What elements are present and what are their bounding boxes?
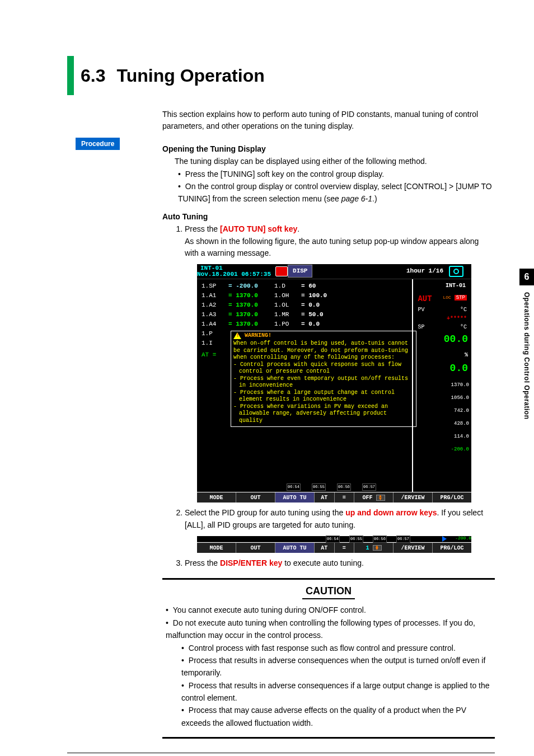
chapter-side-tab: 6 Operations during Control Operation [519,269,534,420]
arrow-stepper-icon[interactable]: ▲▼ [376,495,385,501]
sk2-prgloc[interactable]: PRG/LOC [433,543,471,553]
camera-icon[interactable] [449,266,463,277]
page-footer: IM 04L31A01-01E 6-9 [67,753,495,756]
sk-mode[interactable]: MODE [197,492,236,503]
caution-b1: You cannot execute auto tuning during ON… [166,604,495,616]
section-title: Tuning Operation [116,65,264,86]
caution-b2: Do not execute auto tuning when controll… [166,617,495,730]
sk-out[interactable]: OUT [236,492,275,503]
procedure-tag: Procedure [76,138,120,150]
alarm-icon [275,266,288,276]
page-ref: page 6-1 [341,194,372,203]
warning-label: WARNING! [245,332,271,340]
sk-erview[interactable]: /ERVIEW [394,492,433,503]
caution-rule-bottom [162,737,495,739]
ss1-param-panel: 1.SP= -200.01.D= 60 1.A1= 1370.01.OH= 10… [197,279,412,492]
section-accent-bar [67,56,74,95]
sk2-eq[interactable]: = [335,543,355,553]
ss2-softkeys: MODE OUT AUTO TU AT = 1 ▲▼ /ERVIEW PRG/L… [197,542,471,553]
opening-bullets: Press the [TUNING] soft key on the contr… [175,168,495,205]
warning-popup: WARNING! When on-off control is being us… [231,331,416,428]
disp-enter-ref: DISP/ENTER key [220,558,282,567]
ss1-softkeys: MODE OUT AUTO TU AT = OFF ▲▼ /ERVIEW PRG… [197,492,471,503]
arrow-stepper-icon[interactable]: ▲▼ [373,545,382,551]
sk-auto-tun[interactable]: AUTO TU [275,492,315,503]
step-3: Press the DISP/ENTER key to execute auto… [185,557,495,570]
step-2: Select the PID group for auto tuning usi… [185,507,495,552]
tuning-screenshot-2: 06:54 06:55 06:56 06:57 -200.0 MODE OUT … [197,536,471,553]
sk2-auto-tun[interactable]: AUTO TU [275,543,315,553]
step-1-text: As shown in the following figure, the au… [185,236,495,260]
auto-tun-softkey-ref: [AUTO TUN] soft key [220,224,297,233]
auto-tuning-heading: Auto Tuning [162,212,495,221]
auto-tuning-steps: Press the [AUTO TUN] soft key. As shown … [175,223,495,570]
ss1-status-panel: INT-01 AUTLOC STP PV°C +***** SP°C 00.0 … [412,279,471,492]
caution-bullets: You cannot execute auto tuning during ON… [162,604,495,729]
open-bullet-1: Press the [TUNING] soft key on the contr… [178,168,495,180]
intro-text: This section explains how to perform aut… [162,109,495,132]
caution-rule-top [162,578,495,580]
opening-heading: Opening the Tuning Display [162,144,495,153]
warning-icon [233,332,241,339]
caution-heading: CAUTION [162,585,495,599]
tuning-screenshot-1: INT-01 Nov.18.2001 06:57:35 DISP 1hour 1… [197,264,471,503]
sk2-out[interactable]: OUT [236,543,275,553]
sk-eq[interactable]: = [335,492,355,503]
arrow-keys-ref: up and down arrow keys [345,508,437,517]
sk-value[interactable]: OFF ▲▼ [354,492,394,503]
section-number: 6.3 [81,65,105,86]
sk-at[interactable]: AT [315,492,335,503]
play-marker-icon [442,536,447,542]
sk2-erview[interactable]: /ERVIEW [394,543,433,553]
sk2-at[interactable]: AT [315,543,335,553]
sk-prgloc[interactable]: PRG/LOC [433,492,471,503]
section-header: 6.3 Tuning Operation [67,56,495,95]
ss1-datetime: Nov.18.2001 06:57:35 [197,271,275,278]
ss1-header: INT-01 Nov.18.2001 06:57:35 DISP 1hour 1… [197,264,471,279]
at-label: AT = [202,350,228,360]
chapter-number-tab: 6 [519,269,534,285]
disp-button[interactable]: DISP [288,265,312,278]
open-bullet-2: On the control group display or control … [178,180,495,205]
chapter-title-tab: Operations during Control Operation [523,292,531,420]
caution-sub-bullets: Control process with fast response such … [178,642,495,730]
opening-text: The tuning display can be displayed usin… [175,156,495,168]
warning-intro: When on-off control is being used, auto-… [233,340,408,360]
sk2-value[interactable]: 1 ▲▼ [354,543,394,553]
step-1: Press the [AUTO TUN] soft key. As shown … [185,223,495,503]
sk2-mode[interactable]: MODE [197,543,236,553]
ss1-timescale: 1hour 1/16 [406,266,443,276]
